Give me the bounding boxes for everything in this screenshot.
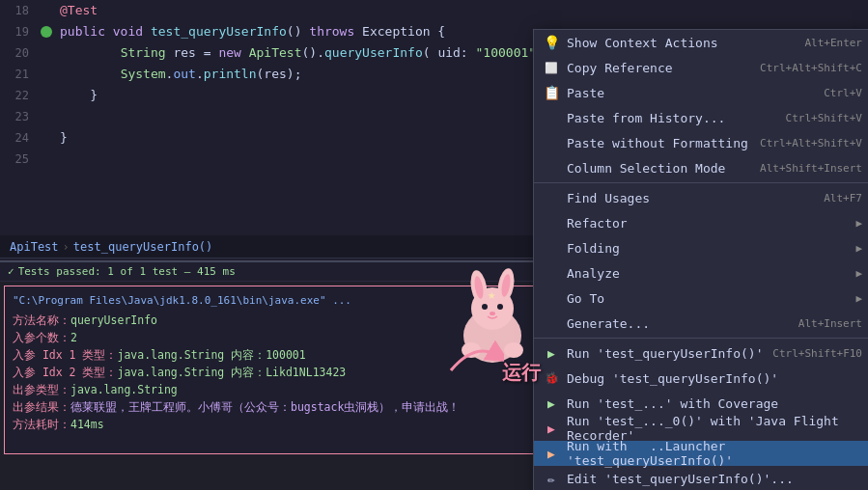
menu-shortcut-run-test: Ctrl+Shift+F10 bbox=[772, 347, 862, 360]
line-content-22: } bbox=[56, 85, 541, 106]
menu-shortcut-copy-ref: Ctrl+Alt+Shift+C bbox=[760, 62, 862, 74]
line-num-18: 18 bbox=[0, 0, 37, 21]
line-num-23: 23 bbox=[0, 106, 37, 127]
svg-point-6 bbox=[482, 304, 488, 310]
menu-item-refactor[interactable]: Refactor ▶ bbox=[534, 210, 868, 235]
line-content-21: System.out.println(res); bbox=[56, 64, 541, 85]
annotation-test: @Test bbox=[60, 3, 98, 17]
copy-ref-icon: ⬜ bbox=[542, 58, 561, 77]
menu-shortcut-generate: Alt+Insert bbox=[798, 317, 862, 330]
code-line-22: 22 } bbox=[0, 85, 541, 106]
run-with-icon: ▶ bbox=[542, 444, 561, 463]
line-num-24: 24 bbox=[0, 127, 37, 149]
line-content-20: String res = new ApiTest().queryUserInfo… bbox=[56, 42, 541, 64]
console-line-5: 出参类型：java.lang.String bbox=[13, 381, 528, 398]
find-usages-icon bbox=[542, 188, 561, 207]
menu-shortcut-col-select: Alt+Shift+Insert bbox=[760, 162, 862, 175]
menu-shortcut-paste-noformat: Ctrl+Alt+Shift+V bbox=[760, 137, 862, 150]
run-gutter-icon[interactable] bbox=[41, 26, 52, 38]
menu-item-col-select[interactable]: Column Selection Mode Alt+Shift+Insert bbox=[534, 155, 868, 180]
line-content-18: @Test bbox=[56, 0, 541, 21]
refactor-arrow-icon: ▶ bbox=[855, 217, 862, 230]
menu-label-show-context: Show Context Actions bbox=[567, 36, 797, 50]
menu-label-debug-test: Debug 'test_queryUserInfo()' bbox=[567, 371, 854, 386]
goto-arrow-icon: ▶ bbox=[855, 292, 862, 305]
menu-item-find-usages[interactable]: Find Usages Alt+F7 bbox=[534, 185, 868, 210]
menu-item-run-coverage[interactable]: ▶ Run 'test_...' with Coverage bbox=[534, 391, 868, 416]
paste-noformat-icon bbox=[542, 133, 561, 152]
menu-shortcut-find-usages: Alt+F7 bbox=[824, 192, 862, 204]
line-gutter-19[interactable] bbox=[37, 26, 56, 38]
col-select-icon bbox=[542, 158, 561, 177]
code-line-25: 25 bbox=[0, 149, 541, 170]
menu-label-copy-ref: Copy Reference bbox=[567, 61, 752, 75]
code-line-24: 24 } bbox=[0, 127, 541, 149]
console-line-6: 出参结果：德莱联盟，王牌工程师。小傅哥（公众号：bugstack虫洞栈），申请出… bbox=[13, 398, 528, 416]
menu-item-copy-ref[interactable]: ⬜ Copy Reference Ctrl+Alt+Shift+C bbox=[534, 55, 868, 80]
menu-label-run-with: Run with ..Launcher 'test_queryUserInfo(… bbox=[567, 439, 862, 468]
line-num-19: 19 bbox=[0, 21, 37, 42]
menu-label-paste: Paste bbox=[567, 86, 816, 100]
code-line-19: 19 public void test_queryUserInfo() thro… bbox=[0, 21, 541, 42]
menu-item-goto[interactable]: Go To ▶ bbox=[534, 286, 868, 311]
test-result-text: Tests passed: 1 of 1 test – 415 ms bbox=[18, 265, 236, 278]
menu-item-show-context[interactable]: 💡 Show Context Actions Alt+Enter bbox=[534, 30, 868, 55]
menu-item-paste-history[interactable]: Paste from History... Ctrl+Shift+V bbox=[534, 105, 868, 130]
menu-label-run-test: Run 'test_queryUserInfo()' bbox=[567, 346, 765, 361]
menu-label-col-select: Column Selection Mode bbox=[567, 161, 752, 176]
context-menu: 💡 Show Context Actions Alt+Enter ⬜ Copy … bbox=[533, 29, 868, 490]
code-line-18: 18 @Test bbox=[0, 0, 541, 21]
line-content-24: } bbox=[56, 127, 541, 149]
bulb-icon: 💡 bbox=[542, 33, 561, 52]
svg-point-10 bbox=[504, 342, 523, 358]
breadcrumb-class[interactable]: ApiTest bbox=[10, 240, 59, 254]
menu-item-edit-config[interactable]: ✏ Edit 'test_queryUserInfo()'... bbox=[534, 466, 868, 490]
arrow-svg bbox=[446, 337, 504, 375]
menu-item-analyze[interactable]: Analyze ▶ bbox=[534, 260, 868, 286]
menu-label-find-usages: Find Usages bbox=[567, 191, 816, 205]
menu-label-goto: Go To bbox=[567, 291, 855, 306]
menu-item-paste-noformat[interactable]: Paste without Formatting Ctrl+Alt+Shift+… bbox=[534, 130, 868, 155]
run-flight-icon: ▶ bbox=[542, 419, 561, 438]
menu-sep-2 bbox=[534, 338, 868, 339]
line-num-20: 20 bbox=[0, 42, 37, 64]
menu-item-run-flight[interactable]: ▶ Run 'test_..._0()' with 'Java Flight R… bbox=[534, 416, 868, 441]
menu-item-run-test[interactable]: ▶ Run 'test_queryUserInfo()' Ctrl+Shift+… bbox=[534, 340, 868, 366]
menu-shortcut-paste: Ctrl+V bbox=[824, 87, 862, 99]
menu-shortcut-paste-history: Ctrl+Shift+V bbox=[786, 112, 862, 124]
refactor-icon bbox=[542, 213, 561, 232]
breadcrumb-sep: › bbox=[63, 240, 70, 254]
menu-label-generate: Generate... bbox=[567, 316, 791, 331]
menu-label-folding: Folding bbox=[567, 241, 855, 256]
menu-label-edit-config: Edit 'test_queryUserInfo()'... bbox=[567, 472, 862, 486]
folding-icon bbox=[542, 238, 561, 258]
line-content-19: public void test_queryUserInfo() throws … bbox=[56, 21, 541, 42]
edit-config-icon: ✏ bbox=[542, 469, 561, 488]
svg-point-8 bbox=[490, 312, 495, 315]
code-lines: 18 @Test 19 public void test_queryUserIn… bbox=[0, 0, 541, 170]
paste-history-icon bbox=[542, 108, 561, 127]
menu-label-run-coverage: Run 'test_...' with Coverage bbox=[567, 396, 862, 411]
menu-item-paste[interactable]: 📋 Paste Ctrl+V bbox=[534, 80, 868, 105]
run-arrow bbox=[446, 337, 504, 379]
line-num-22: 22 bbox=[0, 85, 37, 106]
menu-label-paste-noformat: Paste without Formatting bbox=[567, 136, 752, 150]
breadcrumb: ApiTest › test_queryUserInfo() bbox=[0, 235, 541, 259]
menu-label-analyze: Analyze bbox=[567, 266, 855, 281]
code-line-21: 21 System.out.println(res); bbox=[0, 64, 541, 85]
line-num-25: 25 bbox=[0, 149, 37, 170]
menu-item-generate[interactable]: Generate... Alt+Insert bbox=[534, 311, 868, 336]
menu-label-paste-history: Paste from History... bbox=[567, 111, 778, 125]
code-line-20: 20 String res = new ApiTest().queryUserI… bbox=[0, 42, 541, 64]
breadcrumb-method[interactable]: test_queryUserInfo() bbox=[73, 240, 213, 254]
menu-item-run-with[interactable]: ▶ Run with ..Launcher 'test_queryUserInf… bbox=[534, 441, 868, 466]
menu-shortcut-show-context: Alt+Enter bbox=[804, 37, 862, 49]
menu-sep-1 bbox=[534, 182, 868, 183]
menu-label-refactor: Refactor bbox=[567, 216, 855, 231]
line-num-21: 21 bbox=[0, 64, 37, 85]
menu-item-debug-test[interactable]: 🐞 Debug 'test_queryUserInfo()' bbox=[534, 366, 868, 391]
menu-item-folding[interactable]: Folding ▶ bbox=[534, 235, 868, 260]
console-line-7: 方法耗时：414ms bbox=[13, 416, 528, 433]
run-coverage-icon: ▶ bbox=[542, 394, 561, 413]
code-line-23: 23 bbox=[0, 106, 541, 127]
